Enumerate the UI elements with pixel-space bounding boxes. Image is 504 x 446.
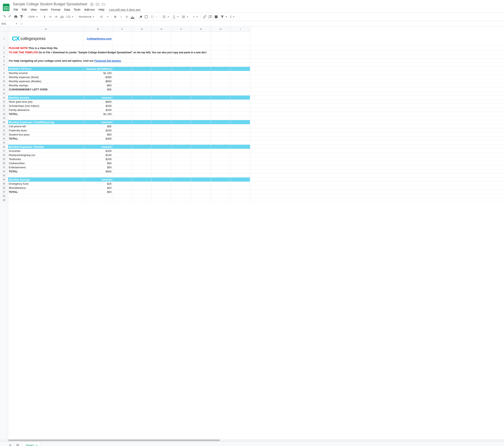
cell[interactable]	[191, 198, 211, 202]
cell[interactable]	[211, 141, 231, 145]
cell[interactable]: Restaurants/going out:	[8, 153, 84, 157]
cell[interactable]	[211, 71, 231, 75]
cell[interactable]: Groceries:	[8, 149, 84, 153]
cell[interactable]	[191, 100, 211, 104]
cell[interactable]	[191, 128, 211, 132]
cell[interactable]	[191, 104, 211, 108]
doc-title[interactable]: Sample College Student Budget Spreadshee…	[12, 2, 88, 7]
cell[interactable]	[152, 194, 171, 198]
cell[interactable]	[171, 149, 191, 153]
cell[interactable]	[191, 59, 211, 63]
cell[interactable]	[8, 173, 84, 178]
cell[interactable]: Student bus pass:	[8, 132, 84, 137]
cell[interactable]: Monthly expenses (flexible):	[8, 79, 84, 83]
cell[interactable]: $650	[84, 169, 112, 173]
cell[interactable]	[112, 137, 132, 141]
cell[interactable]	[191, 124, 211, 128]
cell[interactable]	[8, 194, 84, 198]
cell[interactable]: $25	[84, 182, 112, 186]
cell[interactable]	[171, 165, 191, 169]
cell[interactable]	[171, 186, 191, 190]
vertical-align-button[interactable]: ▼	[171, 14, 180, 19]
cell[interactable]	[132, 79, 152, 83]
cell[interactable]	[231, 59, 250, 63]
cell[interactable]	[211, 178, 231, 182]
decrease-decimal-button[interactable]: .0	[53, 14, 59, 19]
cell[interactable]: $200	[84, 104, 112, 108]
cell[interactable]	[231, 83, 250, 87]
paint-format-button[interactable]	[19, 14, 24, 19]
cell[interactable]	[152, 120, 171, 124]
menu-format[interactable]: Format	[50, 7, 62, 12]
cell[interactable]	[112, 120, 132, 124]
cell[interactable]	[191, 67, 211, 71]
cell[interactable]	[132, 178, 152, 182]
cell[interactable]	[132, 137, 152, 141]
cell[interactable]	[152, 145, 171, 149]
cell[interactable]	[191, 79, 211, 83]
cell[interactable]	[231, 153, 250, 157]
cell[interactable]	[231, 116, 250, 120]
cell[interactable]	[8, 141, 84, 145]
row-header[interactable]: 25	[0, 141, 8, 145]
cell[interactable]	[152, 169, 171, 173]
cell[interactable]	[132, 91, 152, 95]
cell[interactable]	[231, 79, 250, 83]
sheet-tab[interactable]: Sheet1▼	[22, 442, 41, 446]
cell[interactable]	[132, 157, 152, 161]
cell[interactable]	[152, 79, 171, 83]
cell[interactable]	[211, 198, 231, 202]
cell[interactable]	[112, 83, 132, 87]
row-header[interactable]: 10	[0, 79, 8, 83]
cell[interactable]	[132, 112, 152, 116]
cell[interactable]: PLEASE NOTE: This is a View-Only file.	[8, 46, 84, 51]
cell[interactable]	[152, 63, 171, 67]
cell[interactable]	[132, 59, 152, 63]
cell[interactable]	[231, 71, 250, 75]
cell[interactable]	[152, 137, 171, 141]
cell[interactable]	[231, 75, 250, 79]
cell[interactable]	[112, 91, 132, 95]
cell[interactable]: $50	[84, 190, 112, 194]
row-header[interactable]: 11	[0, 83, 8, 87]
cell[interactable]	[191, 95, 211, 100]
row-header[interactable]: 37	[0, 190, 8, 194]
cell[interactable]	[211, 186, 231, 190]
row-header[interactable]: 22	[0, 128, 8, 132]
cell[interactable]	[231, 173, 250, 178]
cell[interactable]	[231, 124, 250, 128]
cell[interactable]	[191, 145, 211, 149]
cell[interactable]	[152, 157, 171, 161]
cell[interactable]	[231, 108, 250, 112]
cell[interactable]	[132, 165, 152, 169]
cell[interactable]	[191, 71, 211, 75]
borders-button[interactable]	[144, 14, 149, 19]
cell[interactable]: TOTAL:	[8, 190, 84, 194]
cell[interactable]: -$365	[84, 75, 112, 79]
fill-color-button[interactable]	[138, 14, 143, 19]
cell[interactable]	[112, 79, 132, 83]
cell[interactable]	[152, 186, 171, 190]
cell[interactable]	[211, 149, 231, 153]
menu-view[interactable]: View	[29, 7, 38, 12]
cell[interactable]	[211, 32, 231, 46]
cell[interactable]	[231, 104, 250, 108]
cell[interactable]: Monthly income:	[8, 71, 84, 75]
cell[interactable]	[84, 46, 112, 51]
cell[interactable]	[171, 100, 191, 104]
cell[interactable]	[211, 100, 231, 104]
cell[interactable]: Cell phone bill:	[8, 124, 84, 128]
cell[interactable]: CollegeXpress.com	[84, 32, 112, 46]
cell[interactable]: Monthly expenses (fixed):	[8, 75, 84, 79]
cell[interactable]	[231, 194, 250, 198]
col-header[interactable]: I	[231, 27, 250, 31]
row-headers[interactable]: 1234567891011121314151617181920212223242…	[0, 32, 8, 439]
cell[interactable]	[171, 145, 191, 149]
cell[interactable]: $200	[84, 157, 112, 161]
row-header[interactable]: 27	[0, 149, 8, 153]
cell[interactable]	[112, 132, 132, 137]
cell[interactable]	[171, 83, 191, 87]
cell[interactable]	[112, 75, 132, 79]
cell[interactable]	[152, 59, 171, 63]
cell[interactable]	[171, 161, 191, 165]
